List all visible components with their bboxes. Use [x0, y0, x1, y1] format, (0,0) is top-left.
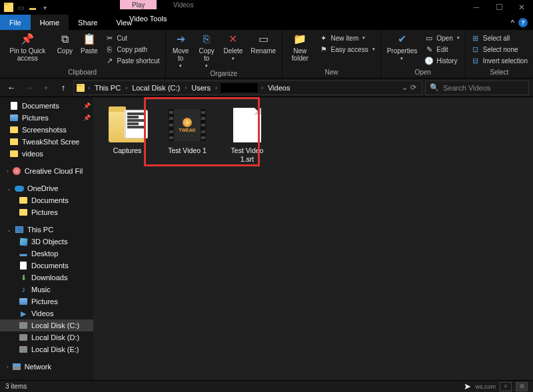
tab-file[interactable]: File: [0, 15, 31, 30]
qat-new-folder-icon[interactable]: ▬: [28, 3, 37, 12]
navigation-tree[interactable]: Documents📌 Pictures📌 Screenshotss TweakS…: [0, 97, 93, 380]
chevron-right-icon[interactable]: ›: [259, 85, 265, 91]
ribbon-tabs: File Home Share View Video Tools ^ ?: [0, 15, 533, 30]
location-folder-icon: [77, 84, 85, 92]
ribbon-group-clipboard: 📌Pin to Quick access ⧉Copy 📋Paste ✂Cut ⎘…: [0, 30, 166, 78]
minimize-button[interactable]: ─: [465, 0, 488, 15]
tree-videos[interactable]: ▶Videos: [0, 307, 93, 319]
copy-to-button[interactable]: ⎘Copy to▾: [195, 31, 219, 70]
content-pane[interactable]: Captures TWEAK Test Video 1 Test Video 1…: [93, 97, 533, 380]
view-details-icon[interactable]: ≡: [500, 382, 512, 391]
tab-video-tools[interactable]: Video Tools: [120, 15, 176, 23]
search-icon: 🔍: [430, 83, 439, 92]
qat-properties-icon[interactable]: ▭: [16, 3, 25, 12]
maximize-button[interactable]: ☐: [488, 0, 510, 15]
tree-onedrive[interactable]: ⌄OneDrive: [0, 182, 93, 194]
close-button[interactable]: ✕: [510, 0, 533, 15]
tree-screenshots[interactable]: Screenshotss: [0, 124, 93, 136]
tab-home[interactable]: Home: [31, 15, 69, 30]
recent-button[interactable]: ▾: [39, 81, 53, 95]
move-to-button[interactable]: ➔Move to▾: [169, 31, 193, 70]
group-label-clipboard: Clipboard: [3, 69, 163, 77]
tree-this-pc[interactable]: ⌄This PC: [0, 224, 93, 236]
copy-button[interactable]: ⧉Copy: [54, 31, 76, 56]
chevron-right-icon[interactable]: ›: [86, 85, 92, 91]
context-tab-play[interactable]: Play: [120, 0, 157, 9]
crumb-videos[interactable]: Videos: [266, 84, 291, 92]
new-item-button[interactable]: ✦New item▾: [316, 33, 378, 43]
rename-button[interactable]: ▭Rename: [247, 31, 279, 56]
tree-downloads[interactable]: ⬇Downloads: [0, 272, 93, 284]
pin-quick-access-button[interactable]: 📌Pin to Quick access: [3, 31, 53, 63]
back-button[interactable]: ←: [4, 81, 19, 95]
status-item-count: 3 items: [5, 383, 27, 390]
delete-button[interactable]: ✕Delete▾: [220, 31, 246, 63]
chevron-right-icon[interactable]: ›: [123, 85, 129, 91]
tree-local-disk-e[interactable]: Local Disk (E:): [0, 343, 93, 355]
main-area: Documents📌 Pictures📌 Screenshotss TweakS…: [0, 97, 533, 380]
address-bar: ← → ▾ ↑ › This PC › Local Disk (C:) › Us…: [0, 79, 533, 97]
tree-music[interactable]: ♪Music: [0, 284, 93, 295]
edit-button[interactable]: ✎Edit: [422, 44, 462, 55]
crumb-this-pc[interactable]: This PC: [93, 84, 122, 92]
invert-selection-button[interactable]: ⊟Invert selection: [468, 55, 530, 66]
select-none-button[interactable]: ⊡Select none: [468, 44, 530, 55]
tree-documents-qa[interactable]: Documents📌: [0, 100, 93, 112]
chevron-right-icon[interactable]: ›: [183, 85, 189, 91]
tree-od-documents[interactable]: Documents: [0, 194, 93, 206]
tree-pictures[interactable]: Pictures: [0, 295, 93, 307]
group-label-new: New: [285, 69, 378, 77]
tree-local-disk-c[interactable]: Local Disk (C:): [0, 319, 93, 331]
select-all-button[interactable]: ⊞Select all: [468, 33, 530, 43]
titlebar: ▭ ▬ ▾ Play Videos ─ ☐ ✕: [0, 0, 533, 15]
tree-documents[interactable]: Documents: [0, 260, 93, 272]
tree-3d-objects[interactable]: 3D Objects: [0, 236, 93, 248]
refresh-icon[interactable]: ⟳: [410, 83, 416, 92]
item-test-video-srt[interactable]: Test Video 1.srt: [221, 105, 273, 166]
new-folder-button[interactable]: 📁New folder: [285, 31, 314, 63]
view-large-icons-icon[interactable]: ⊞: [516, 382, 528, 391]
breadcrumb[interactable]: › This PC › Local Disk (C:) › Users › › …: [73, 81, 422, 95]
crumb-drive[interactable]: Local Disk (C:): [131, 84, 181, 92]
tree-od-pictures[interactable]: Pictures: [0, 206, 93, 218]
open-button[interactable]: ▭Open▾: [422, 33, 462, 43]
up-button[interactable]: ↑: [56, 81, 71, 95]
tree-pictures-qa[interactable]: Pictures📌: [0, 112, 93, 124]
item-test-video-1[interactable]: TWEAK Test Video 1: [161, 105, 213, 158]
status-bar: 3 items ➤ ws.com ≡ ⊞: [0, 380, 533, 392]
chevron-right-icon[interactable]: ›: [213, 85, 219, 91]
forward-button[interactable]: →: [21, 81, 36, 95]
tree-tweakshot[interactable]: TweakShot Scree: [0, 136, 93, 148]
item-label: Test Video 1: [168, 146, 207, 155]
tree-desktop[interactable]: ▬Desktop: [0, 248, 93, 260]
properties-button[interactable]: ✔Properties▾: [384, 31, 421, 63]
item-label: Captures: [113, 146, 142, 155]
easy-access-button[interactable]: ⚑Easy access▾: [316, 44, 378, 55]
cut-button[interactable]: ✂Cut: [103, 33, 163, 43]
ribbon-collapse-icon[interactable]: ^: [511, 19, 514, 27]
crumb-users[interactable]: Users: [190, 84, 212, 92]
app-icon: [4, 3, 13, 12]
paste-shortcut-button[interactable]: ↗Paste shortcut: [103, 55, 163, 66]
watermark: ws.com: [475, 383, 496, 390]
tab-share[interactable]: Share: [69, 15, 107, 30]
search-input[interactable]: 🔍 Search Videos: [425, 81, 529, 95]
context-title: Videos: [168, 0, 199, 10]
paste-button[interactable]: 📋Paste: [77, 31, 101, 56]
history-button[interactable]: 🕓History: [422, 55, 462, 66]
tree-videos-qa[interactable]: videos: [0, 148, 93, 160]
address-dropdown-icon[interactable]: ⌄: [402, 83, 408, 92]
qat-dropdown-icon[interactable]: ▾: [40, 3, 49, 12]
item-captures[interactable]: Captures: [101, 105, 153, 158]
ribbon-group-open: ✔Properties▾ ▭Open▾ ✎Edit 🕓History Open: [381, 30, 466, 78]
ribbon-group-select: ⊞Select all ⊡Select none ⊟Invert selecti…: [466, 30, 533, 78]
group-label-select: Select: [468, 69, 530, 77]
copy-path-button[interactable]: ⎘Copy path: [103, 44, 163, 55]
ribbon: 📌Pin to Quick access ⧉Copy 📋Paste ✂Cut ⎘…: [0, 30, 533, 79]
tree-local-disk-d[interactable]: Local Disk (D:): [0, 331, 93, 343]
group-label-open: Open: [384, 69, 462, 77]
item-label: Test Video 1.srt: [224, 146, 270, 163]
tree-creative-cloud[interactable]: ›Creative Cloud Fil: [0, 165, 93, 177]
tree-network[interactable]: ›Network: [0, 361, 93, 373]
help-icon[interactable]: ?: [518, 18, 528, 27]
